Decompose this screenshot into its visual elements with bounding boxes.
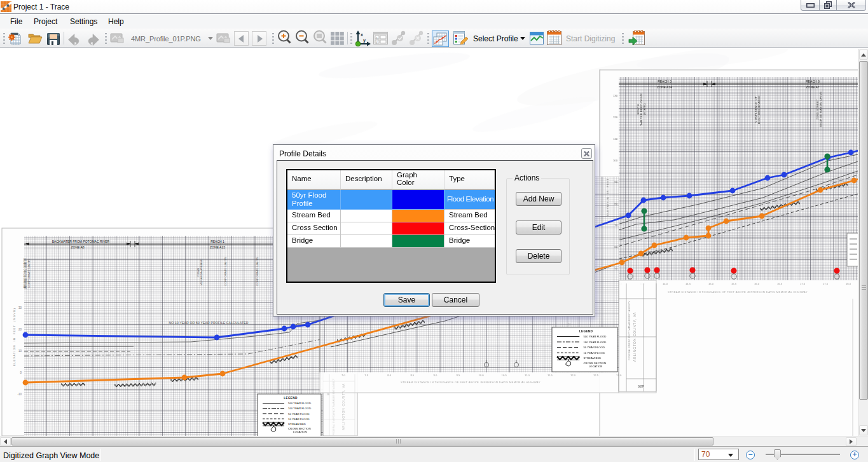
- svg-text:STREAM DISTANCE IN THOUSANDS O: STREAM DISTANCE IN THOUSANDS OF FEET ABO…: [668, 290, 808, 294]
- svg-text:y: y: [363, 38, 366, 43]
- svg-text:16.0: 16.0: [754, 282, 760, 285]
- svg-text:9.0: 9.0: [433, 374, 437, 377]
- svg-text:500 YEAR FLOOD: 500 YEAR FLOOD: [583, 335, 606, 338]
- svg-text:10.5: 10.5: [502, 374, 507, 377]
- svg-text:15.5: 15.5: [731, 282, 737, 285]
- svg-text:ARLINGTON COUNTY, VA: ARLINGTON COUNTY, VA: [341, 383, 345, 430]
- svg-text:GEORGE MASON DRIVE: GEORGE MASON DRIVE: [819, 92, 822, 128]
- svg-text:500 YEAR FLOOD: 500 YEAR FLOOD: [288, 402, 311, 405]
- svg-text:ELEVATION IN FEET (NGVD): ELEVATION IN FEET (NGVD): [13, 308, 16, 366]
- svg-text:60: 60: [614, 245, 617, 248]
- svg-text:LOCATION: LOCATION: [293, 430, 307, 433]
- svg-text:STREAM DISTANCE IN THOUSANDS O: STREAM DISTANCE IN THOUSANDS OF FEET ABO…: [401, 381, 541, 384]
- svg-text:REACH 3: REACH 3: [658, 79, 672, 83]
- svg-text:02P: 02P: [638, 384, 645, 388]
- svg-text:100 YEAR FLOOD: 100 YEAR FLOOD: [583, 341, 606, 344]
- svg-text:STREAM BED: STREAM BED: [583, 357, 601, 360]
- svg-text:11.5: 11.5: [548, 374, 553, 377]
- svg-text:NO 10 YEAR OR 50 YEAR PROFILE: NO 10 YEAR OR 50 YEAR PROFILE CALCULATED: [169, 321, 249, 325]
- svg-text:REACH 1: REACH 1: [210, 240, 224, 243]
- svg-text:14.0: 14.0: [663, 282, 668, 285]
- svg-text:100 YEAR FLOOD: 100 YEAR FLOOD: [288, 407, 311, 410]
- svg-text:10 YEAR FLOOD: 10 YEAR FLOOD: [583, 351, 605, 355]
- svg-text:10 YEAR FLOOD: 10 YEAR FLOOD: [288, 418, 310, 421]
- svg-text:FEDERAL EMERGENCY MANAGEMENT A: FEDERAL EMERGENCY MANAGEMENT AGENCY: [333, 378, 335, 435]
- svg-text:ZONE A7: ZONE A7: [806, 85, 819, 89]
- svg-text:CORPORATE LIMITS: CORPORATE LIMITS: [224, 257, 227, 286]
- svg-text:-10: -10: [17, 393, 22, 396]
- svg-text:ELEVATION IN FEET: ELEVATION IN FEET: [606, 178, 609, 216]
- svg-text:x: x: [361, 32, 363, 37]
- svg-text:17.0: 17.0: [800, 282, 806, 285]
- svg-text:80: 80: [614, 202, 617, 205]
- svg-text:FEDERAL EMERGENCY MANAGEMENT A: FEDERAL EMERGENCY MANAGEMENT AGENCY: [628, 301, 631, 360]
- svg-text:17.5: 17.5: [823, 282, 829, 285]
- svg-text:ZONE A23: ZONE A23: [210, 245, 225, 249]
- svg-text:110: 110: [613, 137, 617, 140]
- svg-text:ARLINGTON COUNTY, VA: ARLINGTON COUNTY, VA: [633, 312, 637, 362]
- svg-text:LEGEND: LEGEND: [579, 330, 593, 333]
- svg-text:ZONE A8: ZONE A8: [71, 245, 84, 249]
- svg-text:70: 70: [614, 224, 617, 227]
- svg-text:10: 10: [18, 350, 22, 353]
- svg-text:100: 100: [613, 159, 618, 162]
- svg-text:ZONE A14: ZONE A14: [657, 85, 672, 89]
- svg-text:14.5: 14.5: [685, 282, 691, 285]
- svg-text:90: 90: [614, 180, 617, 184]
- svg-text:16.5: 16.5: [777, 282, 783, 285]
- svg-text:CORPORATE LIMITS: CORPORATE LIMITS: [27, 259, 31, 288]
- svg-text:50: 50: [614, 267, 617, 270]
- svg-text:7.5: 7.5: [364, 374, 368, 377]
- svg-text:LEGEND: LEGEND: [284, 397, 298, 400]
- svg-text:8.0: 8.0: [387, 374, 391, 377]
- svg-text:REACH 8: REACH 8: [806, 79, 820, 83]
- svg-text:STREAM BED: STREAM BED: [288, 423, 306, 426]
- svg-text:DOCTORS BRANCH: DOCTORS BRANCH: [757, 95, 761, 124]
- svg-text:50 YEAR FLOOD: 50 YEAR FLOOD: [288, 412, 310, 416]
- svg-text:12.0: 12.0: [570, 374, 576, 377]
- svg-text:130: 130: [613, 94, 618, 97]
- svg-text:13.0: 13.0: [616, 374, 622, 377]
- svg-text:10.0: 10.0: [479, 374, 485, 377]
- svg-text:30: 30: [18, 306, 22, 309]
- svg-text:(STATE): (STATE): [643, 104, 646, 116]
- svg-text:9.5: 9.5: [457, 374, 460, 377]
- svg-text:12.5: 12.5: [593, 374, 599, 377]
- svg-text:7.0: 7.0: [341, 374, 345, 377]
- svg-text:BACKWATER FROM POTOMAC RIVER: BACKWATER FROM POTOMAC RIVER: [52, 240, 110, 243]
- svg-text:11.0: 11.0: [525, 374, 530, 377]
- svg-text:VERANDA AVENUE: VERANDA AVENUE: [200, 259, 203, 285]
- svg-text:LOCATION: LOCATION: [589, 365, 603, 368]
- svg-text:8.5: 8.5: [410, 374, 414, 377]
- svg-text:18.0: 18.0: [846, 282, 851, 285]
- svg-text:50 YEAR FLOOD: 50 YEAR FLOOD: [583, 346, 605, 349]
- svg-text:20: 20: [568, 323, 571, 326]
- svg-text:15.0: 15.0: [708, 282, 714, 285]
- svg-text:120: 120: [613, 116, 618, 119]
- svg-text:20: 20: [18, 328, 22, 331]
- svg-text:CORPORATE LIMITS: CORPORATE LIMITS: [256, 257, 259, 286]
